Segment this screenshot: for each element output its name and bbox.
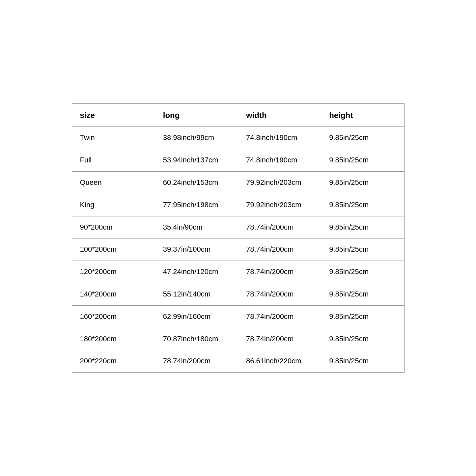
cell-height-4: 9.85in/25cm	[321, 216, 404, 238]
header-height: height	[321, 103, 404, 127]
header-width: width	[238, 103, 321, 127]
cell-size-7: 140*200cm	[72, 283, 155, 305]
cell-width-7: 78.74in/200cm	[238, 283, 321, 305]
cell-long-9: 70.87inch/180cm	[155, 328, 238, 350]
cell-height-5: 9.85in/25cm	[321, 238, 404, 261]
table-row: 90*200cm35.4in/90cm78.74in/200cm9.85in/2…	[72, 216, 404, 238]
header-row: size long width height	[72, 103, 404, 127]
cell-size-3: King	[72, 194, 155, 216]
cell-height-0: 9.85in/25cm	[321, 127, 404, 149]
cell-width-0: 74.8inch/190cm	[238, 127, 321, 149]
cell-size-9: 180*200cm	[72, 328, 155, 350]
cell-height-3: 9.85in/25cm	[321, 194, 404, 216]
cell-width-10: 86.61inch/220cm	[238, 350, 321, 373]
cell-height-8: 9.85in/25cm	[321, 305, 404, 328]
table-row: Queen60.24inch/153cm79.92inch/203cm9.85i…	[72, 172, 404, 194]
table-row: 200*220cm78.74in/200cm86.61inch/220cm9.8…	[72, 350, 404, 373]
cell-long-2: 60.24inch/153cm	[155, 172, 238, 194]
cell-width-4: 78.74in/200cm	[238, 216, 321, 238]
cell-long-5: 39.37in/100cm	[155, 238, 238, 261]
cell-size-2: Queen	[72, 172, 155, 194]
cell-width-1: 74.8inch/190cm	[238, 149, 321, 172]
table-row: 180*200cm70.87inch/180cm78.74in/200cm9.8…	[72, 328, 404, 350]
cell-width-2: 79.92inch/203cm	[238, 172, 321, 194]
cell-height-9: 9.85in/25cm	[321, 328, 404, 350]
cell-height-6: 9.85in/25cm	[321, 261, 404, 283]
table-row: Full53.94inch/137cm74.8inch/190cm9.85in/…	[72, 149, 404, 172]
cell-long-8: 62.99in/160cm	[155, 305, 238, 328]
table-row: 160*200cm62.99in/160cm78.74in/200cm9.85i…	[72, 305, 404, 328]
header-long: long	[155, 103, 238, 127]
cell-long-10: 78.74in/200cm	[155, 350, 238, 373]
size-table: size long width height Twin38.98inch/99c…	[72, 103, 405, 373]
cell-size-5: 100*200cm	[72, 238, 155, 261]
cell-long-0: 38.98inch/99cm	[155, 127, 238, 149]
cell-size-4: 90*200cm	[72, 216, 155, 238]
cell-size-6: 120*200cm	[72, 261, 155, 283]
cell-width-9: 78.74in/200cm	[238, 328, 321, 350]
cell-long-3: 77.95inch/198cm	[155, 194, 238, 216]
cell-width-8: 78.74in/200cm	[238, 305, 321, 328]
cell-long-1: 53.94inch/137cm	[155, 149, 238, 172]
cell-size-10: 200*220cm	[72, 350, 155, 373]
cell-width-5: 78.74in/200cm	[238, 238, 321, 261]
table-row: 100*200cm39.37in/100cm78.74in/200cm9.85i…	[72, 238, 404, 261]
table-row: Twin38.98inch/99cm74.8inch/190cm9.85in/2…	[72, 127, 404, 149]
cell-height-10: 9.85in/25cm	[321, 350, 404, 373]
table-row: 140*200cm55.12in/140cm78.74in/200cm9.85i…	[72, 283, 404, 305]
cell-width-3: 79.92inch/203cm	[238, 194, 321, 216]
header-size: size	[72, 103, 155, 127]
cell-size-0: Twin	[72, 127, 155, 149]
cell-long-7: 55.12in/140cm	[155, 283, 238, 305]
cell-width-6: 78.74in/200cm	[238, 261, 321, 283]
table-container: size long width height Twin38.98inch/99c…	[59, 90, 418, 386]
cell-size-1: Full	[72, 149, 155, 172]
cell-long-6: 47.24inch/120cm	[155, 261, 238, 283]
cell-long-4: 35.4in/90cm	[155, 216, 238, 238]
table-row: King77.95inch/198cm79.92inch/203cm9.85in…	[72, 194, 404, 216]
cell-height-1: 9.85in/25cm	[321, 149, 404, 172]
cell-height-2: 9.85in/25cm	[321, 172, 404, 194]
table-row: 120*200cm47.24inch/120cm78.74in/200cm9.8…	[72, 261, 404, 283]
cell-size-8: 160*200cm	[72, 305, 155, 328]
cell-height-7: 9.85in/25cm	[321, 283, 404, 305]
